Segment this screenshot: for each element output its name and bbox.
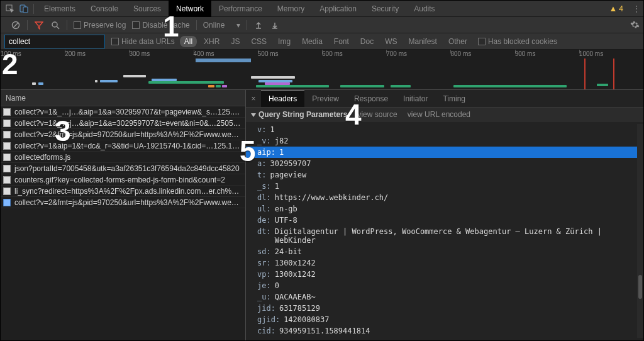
overview-bar xyxy=(256,85,329,87)
overview-bar xyxy=(208,85,214,87)
tab-memory[interactable]: Memory xyxy=(270,1,312,17)
detail-tab-initiator[interactable]: Initiator xyxy=(396,90,435,108)
param-row[interactable]: t:pageview xyxy=(246,169,643,181)
download-har-icon[interactable] xyxy=(270,20,280,30)
settings-gear-icon[interactable] xyxy=(630,20,640,30)
filter-input[interactable] xyxy=(4,35,105,48)
param-row[interactable]: dt:Digitalagentur | WordPress, WooCommer… xyxy=(246,226,643,246)
detail-tab-headers[interactable]: Headers xyxy=(261,90,304,107)
request-row[interactable]: collect?v=1&_v=j…&aip=1&a=302959707&t=ev… xyxy=(1,118,245,129)
tab-sources[interactable]: Sources xyxy=(126,1,169,17)
tab-elements[interactable]: Elements xyxy=(36,1,83,17)
detail-tab-response[interactable]: Response xyxy=(347,90,396,108)
tab-application[interactable]: Application xyxy=(312,1,364,17)
filter-pill-other[interactable]: Other xyxy=(444,36,472,47)
param-row[interactable]: _v:j82 xyxy=(246,135,643,147)
clear-icon[interactable] xyxy=(11,20,21,30)
param-row[interactable]: sd:24-bit xyxy=(246,246,643,257)
type-filter-group: AllXHRJSCSSImgMediaFontDocWSManifestOthe… xyxy=(177,36,472,47)
request-row[interactable]: collect?v=1&aip=1&t=dc&_r=3&tid=UA-19215… xyxy=(1,140,245,152)
detail-tab-preview[interactable]: Preview xyxy=(304,90,347,108)
request-row[interactable]: collect?v=2&fmt=js&pid=970250&url=https%… xyxy=(1,197,245,208)
overview-bar xyxy=(32,82,36,85)
overview-selection[interactable] xyxy=(196,59,251,62)
filter-pill-manifest[interactable]: Manifest xyxy=(404,36,441,47)
timeline-tick: 400 ms xyxy=(194,50,258,59)
param-key: de: xyxy=(257,216,271,225)
timeline-tick: 700 ms xyxy=(386,50,450,59)
request-row[interactable]: li_sync?redirect=https%3A%2F%2Fpx.ads.li… xyxy=(1,186,245,197)
overview-marker xyxy=(584,59,586,90)
detail-tab-timing[interactable]: Timing xyxy=(435,90,473,108)
devtools-tabs: ElementsConsoleSourcesNetworkPerformance… xyxy=(36,1,443,17)
param-row[interactable]: de:UTF-8 xyxy=(246,215,643,226)
filter-pill-font[interactable]: Font xyxy=(330,36,353,47)
filter-pill-all[interactable]: All xyxy=(180,36,197,47)
filter-pill-css[interactable]: CSS xyxy=(247,36,271,47)
filter-pill-xhr[interactable]: XHR xyxy=(199,36,224,47)
filter-pill-img[interactable]: Img xyxy=(274,36,295,47)
param-row[interactable]: a:302959707 xyxy=(246,158,643,169)
param-value: 1 xyxy=(275,182,279,191)
filter-icon[interactable] xyxy=(34,20,44,30)
section-title: Query String Parameters xyxy=(258,110,347,119)
file-icon xyxy=(3,108,11,116)
timeline-tick: 100 ms xyxy=(1,50,65,59)
param-row[interactable]: cid:934959151.1589441814 xyxy=(246,325,643,337)
device-toolbar-icon[interactable] xyxy=(17,2,31,16)
param-key: a: xyxy=(257,159,266,168)
filter-pill-media[interactable]: Media xyxy=(297,36,327,47)
request-row[interactable]: counters.gif?key=collected-forms-embed-j… xyxy=(1,174,245,186)
request-row[interactable]: collect?v=2&fmt=js&pid=970250&url=https%… xyxy=(1,129,245,140)
view-url-encoded-link[interactable]: view URL encoded xyxy=(408,110,470,119)
svg-point-5 xyxy=(52,22,57,27)
param-key: _v: xyxy=(257,137,271,145)
query-string-section-header[interactable]: Query String Parameters view source view… xyxy=(246,108,643,121)
filter-pill-doc[interactable]: Doc xyxy=(356,36,378,47)
param-row[interactable]: jid:631785129 xyxy=(246,303,643,314)
param-row[interactable]: _u:QACAAEAB~ xyxy=(246,291,643,303)
param-row[interactable]: je:0 xyxy=(246,280,643,291)
view-source-link[interactable]: view source xyxy=(357,110,397,119)
param-row[interactable]: aip:1 xyxy=(246,147,643,158)
has-blocked-cookies-checkbox[interactable]: Has blocked cookies xyxy=(478,37,557,46)
tab-performance[interactable]: Performance xyxy=(211,1,270,17)
request-row[interactable]: json?portalId=7005458&utk=a3af26351c3f76… xyxy=(1,163,245,174)
scrollbar-thumb[interactable] xyxy=(638,275,642,299)
preserve-log-checkbox[interactable]: Preserve log xyxy=(74,21,126,30)
tab-audits[interactable]: Audits xyxy=(406,1,442,17)
scrollbar[interactable] xyxy=(637,124,643,338)
inspect-icon[interactable] xyxy=(3,2,17,16)
overview-bar xyxy=(130,75,146,77)
overview-bar xyxy=(597,84,608,86)
search-icon[interactable] xyxy=(50,20,60,30)
param-row[interactable]: ul:en-gb xyxy=(246,203,643,215)
filter-pill-js[interactable]: JS xyxy=(226,36,244,47)
request-row[interactable]: collectedforms.js xyxy=(1,152,245,163)
request-list-pane: Name collect?v=1&_…j…&aip=1&a=302959707&… xyxy=(1,90,246,340)
param-row[interactable]: _s:1 xyxy=(246,181,643,192)
tab-console[interactable]: Console xyxy=(83,1,126,17)
param-key: dt: xyxy=(257,227,271,245)
network-overview[interactable]: 100 ms200 ms300 ms400 ms500 ms600 ms700 … xyxy=(1,50,643,90)
disable-cache-checkbox[interactable]: Disable cache xyxy=(132,21,189,30)
name-column-header[interactable]: Name xyxy=(1,90,245,106)
warnings-badge[interactable]: ▲ 4 xyxy=(609,4,630,13)
param-row[interactable]: vp:1300x1242 xyxy=(246,269,643,280)
param-row[interactable]: sr:1300x1242 xyxy=(246,257,643,269)
tab-network[interactable]: Network xyxy=(169,1,211,17)
param-row[interactable]: gjid:1420080837 xyxy=(246,314,643,325)
throttling-select[interactable]: Online ▾ xyxy=(203,21,240,30)
upload-har-icon[interactable] xyxy=(253,20,264,30)
param-key: dl: xyxy=(257,193,271,202)
has-blocked-cookies-label: Has blocked cookies xyxy=(488,37,557,46)
close-detail-icon[interactable]: × xyxy=(246,94,261,103)
filter-pill-ws[interactable]: WS xyxy=(380,36,401,47)
param-row[interactable]: v:1 xyxy=(246,124,643,135)
request-row[interactable]: collect?v=1&_…j…&aip=1&a=302959707&t=pag… xyxy=(1,106,245,118)
tab-security[interactable]: Security xyxy=(364,1,406,17)
hide-data-urls-checkbox[interactable]: Hide data URLs xyxy=(111,37,175,46)
param-row[interactable]: dl:https://www.webkinder.ch/ xyxy=(246,192,643,203)
more-icon[interactable]: ⋮ xyxy=(630,2,643,16)
overview-bar xyxy=(251,76,295,79)
